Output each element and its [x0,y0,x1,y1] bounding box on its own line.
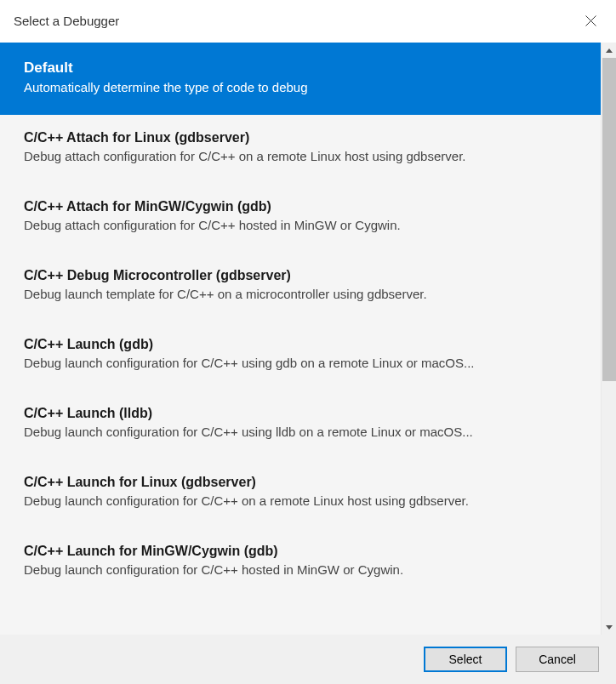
list-item[interactable]: C/C++ Launch for Linux (gdbserver) Debug… [0,459,601,528]
scrollbar[interactable] [601,43,616,635]
content-area: Default Automatically determine the type… [0,43,616,635]
list-item-title: C/C++ Launch (gdb) [24,337,577,352]
list-item-desc: Automatically determine the type of code… [24,80,577,94]
chevron-down-icon [606,625,613,630]
list-item-desc: Debug launch configuration for C/C++ on … [24,493,577,508]
list-item[interactable]: C/C++ Launch (lldb) Debug launch configu… [0,390,601,459]
list-item-desc: Debug launch configuration for C/C++ hos… [24,562,577,577]
list-item-desc: Debug attach configuration for C/C++ on … [24,149,577,163]
list-item-title: C/C++ Launch for MinGW/Cygwin (gdb) [24,544,577,559]
list-item[interactable]: C/C++ Debug Microcontroller (gdbserver) … [0,253,601,322]
list-item-title: C/C++ Launch (lldb) [24,406,577,421]
list-item[interactable]: Default Automatically determine the type… [0,43,601,115]
dialog-title: Select a Debugger [14,14,119,28]
cancel-button[interactable]: Cancel [516,647,599,672]
list-item[interactable]: C/C++ Attach for MinGW/Cygwin (gdb) Debu… [0,184,601,253]
list-item[interactable]: C/C++ Launch (gdb) Debug launch configur… [0,322,601,390]
select-button[interactable]: Select [424,647,507,672]
scroll-up-arrow[interactable] [602,43,616,58]
scrollbar-thumb[interactable] [602,58,616,381]
list-item-desc: Debug launch template for C/C++ on a mic… [24,287,577,301]
list-item-title: Default [24,60,577,77]
list-item-desc: Debug launch configuration for C/C++ usi… [24,356,577,370]
debugger-list: Default Automatically determine the type… [0,43,601,635]
list-item-desc: Debug attach configuration for C/C++ hos… [24,218,577,232]
titlebar: Select a Debugger [0,0,616,43]
list-item-title: C/C++ Attach for MinGW/Cygwin (gdb) [24,199,577,214]
list-item-title: C/C++ Launch for Linux (gdbserver) [24,475,577,490]
list-item-desc: Debug launch configuration for C/C++ usi… [24,425,577,439]
scroll-down-arrow[interactable] [602,619,616,635]
list-item[interactable]: C/C++ Launch for MinGW/Cygwin (gdb) Debu… [0,528,601,597]
list-item-title: C/C++ Debug Microcontroller (gdbserver) [24,268,577,283]
list-item-title: C/C++ Attach for Linux (gdbserver) [24,130,577,145]
chevron-up-icon [606,48,613,53]
close-button[interactable] [579,9,602,32]
list-item[interactable]: C/C++ Attach for Linux (gdbserver) Debug… [0,115,601,184]
close-icon [585,15,596,26]
button-bar: Select Cancel [0,635,616,684]
